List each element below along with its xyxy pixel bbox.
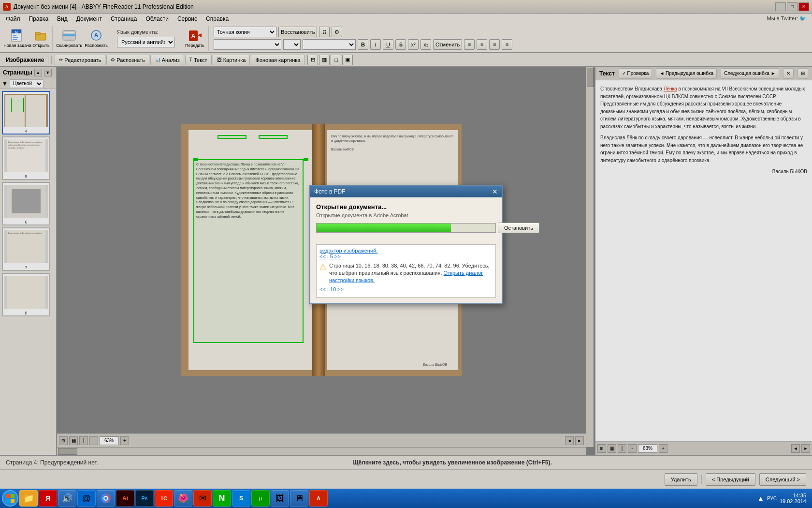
taskbar-envelope[interactable]: ✉ [193,490,212,507]
log-link-1[interactable]: редактор изображений. [319,248,377,254]
taskbar-1c[interactable]: 1С [155,490,173,507]
modal-content: Открытие документа... Открытие документа… [310,197,502,303]
taskbar-yandex[interactable]: Я [39,490,57,507]
taskbar: 📁 Я 🔊 @ Ai Ps 1С 🌺 ✉ N S µ 🖼 🖥 A ▲ РУС 1… [0,489,812,508]
modal-overlay: Фото в PDF ✕ Открытие документа... Откры… [0,0,812,489]
log-nav-2[interactable]: << | 10 >> [319,286,344,292]
modal-section-title: Открытие документа... [316,203,496,210]
taskbar-utorrent[interactable]: µ [251,490,270,507]
stop-btn[interactable]: Остановить [498,223,539,233]
taskbar-flower[interactable]: 🌺 [174,490,192,507]
taskbar-skype[interactable]: S [232,490,250,507]
clock-area: 14:35 19.02.2014 [780,493,806,504]
progress-container [316,223,496,233]
taskbar-monitor[interactable]: 🖥 [290,490,308,507]
taskbar-abbyy[interactable]: A [309,490,328,507]
svg-rect-17 [11,494,14,498]
taskbar-photoshop[interactable]: Ps [135,490,154,507]
clock-date: 19.02.2014 [780,498,806,504]
modal-log: редактор изображений. << | 5 >> ⚠ Страни… [316,244,496,298]
svg-rect-19 [11,499,14,503]
taskbar-mail[interactable]: @ [77,490,96,507]
clock-time: 14:35 [780,493,806,498]
svg-rect-18 [6,499,10,503]
taskbar-n[interactable]: N [213,490,231,507]
modal-dialog: Фото в PDF ✕ Открытие документа... Откры… [309,185,503,304]
progress-bar [317,224,451,232]
warning-text: Страницы 10, 16, 18, 30, 38, 40, 42, 66,… [329,262,493,284]
warning-row: ⚠ Страницы 10, 16, 18, 30, 38, 40, 42, 6… [319,262,493,284]
modal-subtitle: Открытие документа в Adobe Acrobat [316,212,496,218]
taskbar-picture[interactable]: 🖼 [271,490,289,507]
modal-title: Фото в PDF [314,188,346,195]
tray-arrow[interactable]: ▲ [757,494,764,502]
taskbar-speaker[interactable]: 🔊 [58,490,76,507]
taskbar-chrome[interactable] [97,490,115,507]
taskbar-right: ▲ РУС 14:35 19.02.2014 [757,493,810,504]
taskbar-folder[interactable]: 📁 [19,490,38,507]
modal-titlebar: Фото в PDF ✕ [310,186,502,197]
log-nav-row: << | 10 >> [319,286,493,292]
log-entry-1: редактор изображений. [319,248,493,254]
modal-close-btn[interactable]: ✕ [492,188,498,195]
log-nav-1[interactable]: << | 5 >> [319,254,341,259]
svg-point-22 [104,497,107,500]
taskbar-illustrator[interactable]: Ai [116,490,134,507]
log-entry-2: << | 5 >> [319,254,493,259]
start-button[interactable] [2,490,18,507]
tray-lang[interactable]: РУС [767,496,777,501]
svg-rect-16 [6,494,10,498]
warning-icon: ⚠ [319,262,326,284]
